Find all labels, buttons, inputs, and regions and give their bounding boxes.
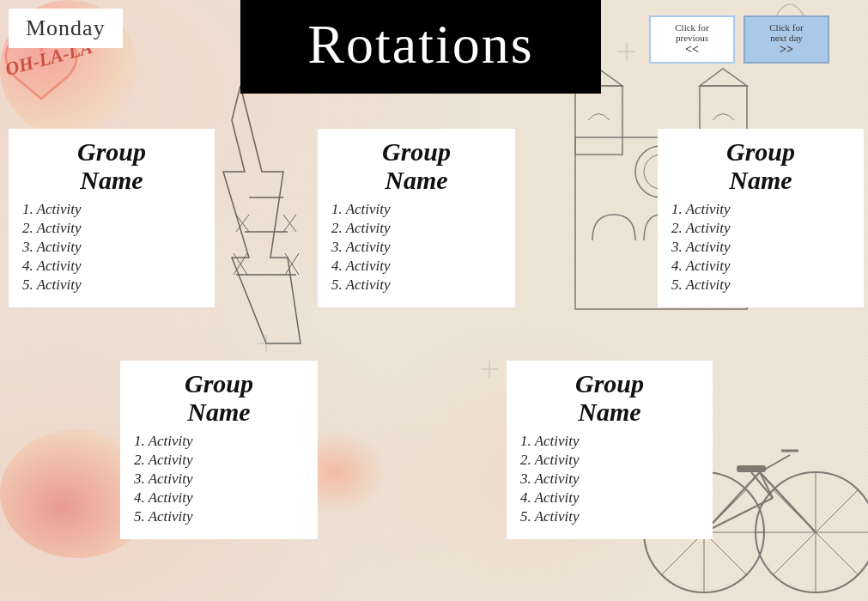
group-3-activities: 1. Activity 2. Activity 3. Activity 4. A… <box>671 201 850 294</box>
list-item: 4. Activity <box>22 258 201 275</box>
list-item: 2. Activity <box>331 220 501 237</box>
list-item: 5. Activity <box>671 276 850 294</box>
group-5-name: GroupName <box>520 369 699 426</box>
list-item: 2. Activity <box>22 220 201 237</box>
group-5-activities: 1. Activity 2. Activity 3. Activity 4. A… <box>520 433 699 525</box>
group-card-4: GroupName 1. Activity 2. Activity 3. Act… <box>120 361 318 539</box>
group-card-5: GroupName 1. Activity 2. Activity 3. Act… <box>507 361 713 539</box>
group-1-name: GroupName <box>22 137 201 194</box>
group-1-activities: 1. Activity 2. Activity 3. Activity 4. A… <box>22 201 201 294</box>
group-3-name: GroupName <box>671 137 850 194</box>
list-item: 4. Activity <box>520 489 699 507</box>
rotations-title-box: Rotations <box>240 0 601 94</box>
group-4-activities: 1. Activity 2. Activity 3. Activity 4. A… <box>134 433 304 525</box>
list-item: 3. Activity <box>671 239 850 256</box>
list-item: 1. Activity <box>520 433 699 450</box>
prev-day-label: Click forprevious <box>663 22 721 43</box>
list-item: 4. Activity <box>134 489 304 507</box>
list-item: 2. Activity <box>671 220 850 237</box>
list-item: 3. Activity <box>331 239 501 256</box>
monday-box: Monday <box>9 9 123 48</box>
group-card-3: GroupName 1. Activity 2. Activity 3. Act… <box>658 129 864 307</box>
list-item: 5. Activity <box>134 508 304 525</box>
day-label: Monday <box>26 15 106 40</box>
list-item: 2. Activity <box>520 452 699 469</box>
rotations-title: Rotations <box>307 14 533 75</box>
next-day-button[interactable]: Click fornext day >> <box>744 15 829 64</box>
prev-day-arrow: << <box>663 43 721 57</box>
group-card-2: GroupName 1. Activity 2. Activity 3. Act… <box>318 129 515 307</box>
list-item: 4. Activity <box>331 258 501 275</box>
list-item: 3. Activity <box>520 470 699 488</box>
group-2-activities: 1. Activity 2. Activity 3. Activity 4. A… <box>331 201 501 294</box>
list-item: 1. Activity <box>134 433 304 450</box>
prev-day-button[interactable]: Click forprevious << <box>649 15 735 64</box>
list-item: 1. Activity <box>331 201 501 218</box>
list-item: 3. Activity <box>134 470 304 488</box>
list-item: 3. Activity <box>22 239 201 256</box>
next-day-arrow: >> <box>757 43 816 57</box>
list-item: 2. Activity <box>134 452 304 469</box>
group-2-name: GroupName <box>331 137 501 194</box>
list-item: 5. Activity <box>331 276 501 294</box>
group-4-name: GroupName <box>134 369 304 426</box>
next-day-label: Click fornext day <box>757 22 816 43</box>
list-item: 4. Activity <box>671 258 850 275</box>
list-item: 5. Activity <box>22 276 201 294</box>
list-item: 1. Activity <box>671 201 850 218</box>
list-item: 1. Activity <box>22 201 201 218</box>
list-item: 5. Activity <box>520 508 699 525</box>
group-card-1: GroupName 1. Activity 2. Activity 3. Act… <box>9 129 215 307</box>
